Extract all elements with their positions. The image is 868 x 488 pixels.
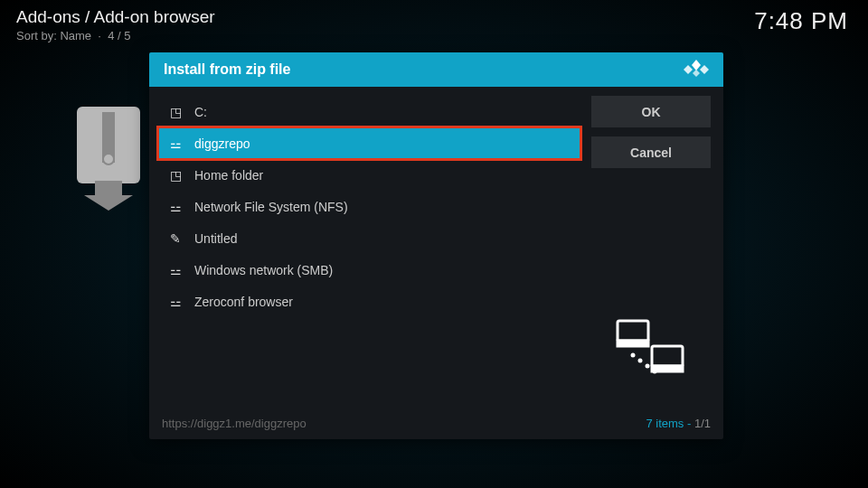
- svg-point-15: [653, 370, 657, 374]
- svg-rect-6: [105, 143, 112, 146]
- clock: 7:48 PM: [754, 7, 848, 35]
- sort-line: Sort by: Name · 4 / 5: [16, 29, 215, 42]
- footer-item-count: 7 items - 1/1: [646, 417, 711, 430]
- network-icon: ⚍: [169, 263, 182, 277]
- network-icon: ⚍: [169, 295, 182, 309]
- network-icon: ⚍: [169, 200, 182, 214]
- list-item[interactable]: ✎Untitled: [158, 222, 580, 254]
- svg-rect-9: [618, 341, 648, 346]
- svg-rect-5: [105, 136, 112, 139]
- list-item-label: Zeroconf browser: [194, 295, 293, 309]
- list-item-label: C:: [194, 105, 207, 119]
- source-list: ◳C: ⚍diggzrepo ◳Home folder ⚍Network Fil…: [158, 96, 580, 403]
- svg-rect-2: [105, 114, 112, 117]
- breadcrumb: Add-ons / Add-on browser: [16, 7, 215, 27]
- svg-point-14: [646, 364, 650, 369]
- svg-rect-4: [105, 128, 112, 132]
- svg-rect-10: [652, 346, 683, 366]
- dialog-title: Install from zip file: [164, 61, 290, 78]
- zip-file-icon: [77, 107, 154, 211]
- drive-icon: ◳: [169, 105, 182, 119]
- svg-point-7: [103, 154, 114, 164]
- list-item[interactable]: ⚍Windows network (SMB): [158, 254, 580, 286]
- svg-point-13: [638, 359, 643, 363]
- svg-rect-3: [105, 121, 112, 125]
- list-item-label: Home folder: [194, 168, 263, 183]
- list-item-label: Untitled: [194, 231, 237, 246]
- list-item[interactable]: ⚍Zeroconf browser: [158, 286, 580, 317]
- ok-button[interactable]: OK: [591, 96, 711, 127]
- list-item[interactable]: ⚍diggzrepo: [158, 127, 580, 159]
- pen-icon: ✎: [169, 231, 182, 246]
- svg-rect-8: [618, 321, 648, 341]
- list-item[interactable]: ◳C:: [158, 96, 580, 127]
- cancel-button[interactable]: Cancel: [591, 136, 711, 168]
- install-zip-dialog: Install from zip file ◳C: ⚍diggzrepo ◳Ho…: [149, 52, 723, 439]
- network-icon: ⚍: [169, 136, 182, 151]
- drive-icon: ◳: [169, 168, 182, 183]
- list-item-label: diggzrepo: [194, 136, 250, 151]
- network-preview-icon: [595, 302, 703, 392]
- dialog-title-bar: Install from zip file: [149, 52, 723, 87]
- list-item-label: Windows network (SMB): [194, 263, 333, 277]
- kodi-logo-icon: [684, 58, 709, 81]
- list-item[interactable]: ◳Home folder: [158, 159, 580, 191]
- footer-path: https://diggz1.me/diggzrepo: [162, 417, 307, 430]
- list-item[interactable]: ⚍Network File System (NFS): [158, 191, 580, 222]
- list-item-label: Network File System (NFS): [194, 200, 348, 214]
- svg-point-12: [631, 353, 636, 358]
